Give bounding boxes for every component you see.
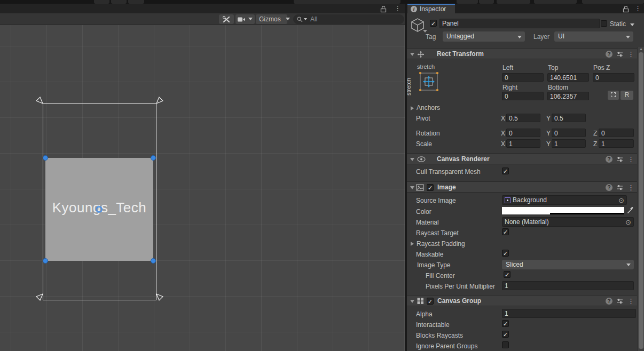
- scene-menu-icon[interactable]: ⋮: [394, 5, 401, 12]
- anchor-handle-bottom-left[interactable]: [35, 293, 44, 301]
- unlock-icon[interactable]: [380, 5, 387, 13]
- top-field[interactable]: 140.6501: [547, 73, 589, 82]
- scene-camera-button[interactable]: [235, 14, 255, 24]
- foldout-icon[interactable]: [410, 186, 414, 189]
- scene-viewport[interactable]: Kyoungs_Tech: [0, 25, 405, 351]
- rotation-z-field[interactable]: 0: [599, 129, 634, 137]
- corner-handle-bottom-right[interactable]: [151, 258, 156, 264]
- rect-transform-header[interactable]: Rect Transform ? ⋮: [407, 48, 638, 59]
- corner-handle-top-left[interactable]: [43, 155, 48, 161]
- pivot-indicator[interactable]: [96, 206, 103, 213]
- scale-y-field[interactable]: 1: [552, 139, 586, 148]
- help-icon[interactable]: ?: [606, 51, 612, 58]
- anchors-foldout-icon[interactable]: [411, 106, 414, 110]
- pivot-x-field[interactable]: 0.5: [506, 114, 540, 122]
- corner-handle-bottom-left[interactable]: [43, 258, 48, 264]
- anchors-label[interactable]: Anchors: [417, 104, 440, 112]
- inspector-menu-icon[interactable]: ⋮: [634, 5, 641, 12]
- image-type-dropdown[interactable]: Sliced: [502, 260, 634, 269]
- presets-icon[interactable]: [616, 298, 623, 305]
- source-image-field[interactable]: Background ⊙: [502, 195, 627, 205]
- ppu-field[interactable]: 1: [502, 281, 634, 290]
- toolbar-button[interactable]: [582, 0, 644, 4]
- foldout-icon[interactable]: [410, 158, 414, 161]
- blueprint-mode-button[interactable]: [608, 91, 619, 100]
- static-caret-icon[interactable]: [630, 23, 634, 26]
- static-label[interactable]: Static: [610, 20, 626, 28]
- toolbar-button[interactable]: [479, 0, 494, 4]
- anchor-handle-top-right[interactable]: [155, 96, 164, 105]
- scale-x-field[interactable]: 1: [506, 139, 540, 148]
- left-field[interactable]: 0: [502, 73, 544, 82]
- object-picker-icon[interactable]: ⊙: [625, 219, 631, 226]
- toolbar-button[interactable]: [457, 0, 478, 4]
- anchor-preset-widget[interactable]: [419, 71, 439, 92]
- toolbar-button[interactable]: [111, 0, 127, 4]
- anchor-handle-bottom-right[interactable]: [155, 293, 164, 301]
- anchor-handle-top-left[interactable]: [35, 96, 44, 105]
- corner-handle-top-right[interactable]: [151, 155, 156, 161]
- scene-search-field[interactable]: All: [293, 14, 404, 24]
- raycast-padding-foldout-icon[interactable]: [411, 242, 414, 246]
- section-menu-icon[interactable]: ⋮: [627, 298, 634, 305]
- gameobject-icon-caret[interactable]: [423, 30, 427, 33]
- interactable-checkbox[interactable]: ✓: [502, 320, 509, 327]
- canvas-group-header[interactable]: ✓ Canvas Group ? ⋮: [407, 295, 638, 306]
- ignore-parent-groups-checkbox[interactable]: [502, 341, 509, 348]
- help-icon[interactable]: ?: [606, 298, 612, 305]
- help-icon[interactable]: ?: [606, 184, 612, 191]
- static-checkbox[interactable]: [601, 20, 607, 27]
- inspector-scrollbar[interactable]: ▲: [637, 47, 644, 351]
- toolbar-button[interactable]: [128, 0, 144, 4]
- rotation-x-field[interactable]: 0: [506, 129, 540, 137]
- unlock-icon[interactable]: [623, 5, 629, 13]
- scrollbar-thumb[interactable]: [639, 52, 643, 349]
- scene-tools-button[interactable]: [219, 14, 234, 24]
- toolbar-button[interactable]: [534, 0, 577, 4]
- canvas-renderer-header[interactable]: Canvas Renderer ? ⋮: [407, 153, 638, 164]
- material-field[interactable]: None (Material) ⊙: [502, 217, 634, 227]
- bottom-field[interactable]: 106.2357: [547, 92, 589, 100]
- raycast-padding-label[interactable]: Raycast Padding: [417, 240, 465, 248]
- foldout-icon[interactable]: [410, 53, 414, 56]
- fill-center-checkbox[interactable]: ✓: [504, 271, 511, 278]
- tag-dropdown[interactable]: Untagged: [443, 31, 525, 42]
- layer-dropdown[interactable]: UI: [554, 31, 633, 42]
- material-label: Material: [416, 219, 439, 227]
- section-menu-icon[interactable]: ⋮: [627, 51, 634, 58]
- toolbar-button[interactable]: [294, 0, 400, 4]
- pivot-y-field[interactable]: 0.5: [552, 114, 586, 122]
- eyedropper-icon[interactable]: [627, 206, 634, 214]
- scrollbar-up-icon[interactable]: ▲: [639, 47, 643, 51]
- gizmos-button[interactable]: Gizmos: [256, 14, 287, 24]
- rotation-y-field[interactable]: 0: [552, 129, 586, 137]
- right-field[interactable]: 0: [502, 92, 544, 100]
- presets-icon[interactable]: [616, 156, 623, 163]
- object-picker-icon[interactable]: ⊙: [618, 197, 624, 204]
- section-menu-icon[interactable]: ⋮: [627, 184, 634, 191]
- blocks-raycasts-checkbox[interactable]: ✓: [502, 331, 509, 338]
- gameobject-name-field[interactable]: Panel: [439, 19, 600, 28]
- gameobject-active-checkbox[interactable]: ✓: [430, 20, 437, 27]
- help-icon[interactable]: ?: [606, 156, 612, 163]
- maskable-checkbox[interactable]: ✓: [502, 250, 509, 257]
- presets-icon[interactable]: [616, 184, 623, 191]
- section-menu-icon[interactable]: ⋮: [627, 156, 634, 163]
- presets-icon[interactable]: [616, 51, 623, 58]
- raycast-target-checkbox[interactable]: ✓: [502, 228, 509, 235]
- bottom-label: Bottom: [548, 84, 568, 92]
- toolbar-button[interactable]: [497, 0, 530, 4]
- cull-transparent-mesh-checkbox[interactable]: ✓: [502, 167, 509, 174]
- foldout-icon[interactable]: [410, 300, 414, 303]
- image-header[interactable]: ✓ Image ? ⋮: [407, 181, 638, 193]
- color-swatch[interactable]: [502, 207, 624, 214]
- alpha-field[interactable]: 1: [502, 309, 636, 318]
- image-enabled-checkbox[interactable]: ✓: [427, 184, 434, 191]
- posz-field[interactable]: 0: [593, 73, 634, 82]
- scale-z-field[interactable]: 1: [599, 139, 634, 148]
- tab-inspector[interactable]: i Inspector: [407, 4, 455, 13]
- raw-edit-button[interactable]: R: [621, 91, 633, 100]
- panel-rect[interactable]: Kyoungs_Tech: [45, 158, 153, 261]
- toolbar-button[interactable]: [94, 0, 109, 4]
- canvas-group-enabled-checkbox[interactable]: ✓: [427, 298, 434, 305]
